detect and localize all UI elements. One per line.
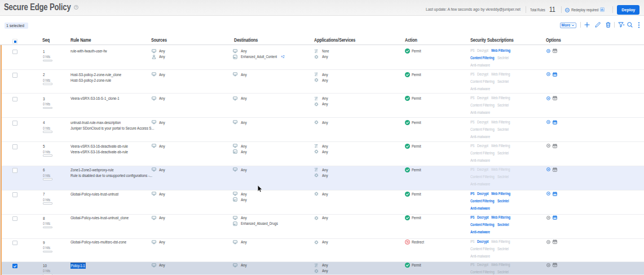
- svg-text:?: ?: [76, 6, 77, 9]
